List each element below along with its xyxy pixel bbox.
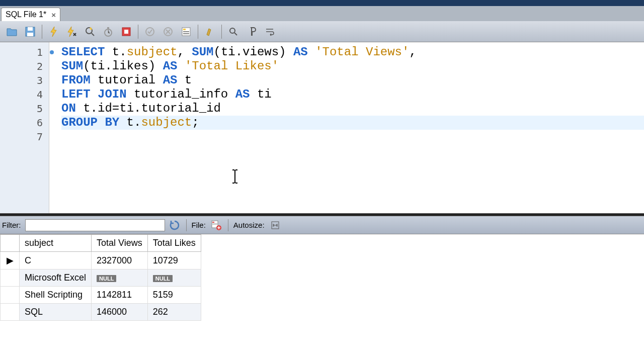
grid-cell[interactable]: 2327000	[92, 252, 148, 269]
grid-cell[interactable]: NULL	[147, 269, 201, 287]
row-indicator[interactable]	[1, 269, 20, 287]
editor-toolbar	[0, 21, 644, 42]
sql-editor[interactable]: 1234567 SELECT t.subject, SUM(ti.views) …	[0, 42, 644, 213]
file-label: File:	[192, 221, 206, 229]
line-number: 2	[0, 59, 49, 73]
grid-cell[interactable]: Shell Scripting	[20, 287, 92, 304]
code-line[interactable]: GROUP BY t.subject;	[61, 116, 644, 130]
tab-title: SQL File 1*	[6, 10, 46, 19]
execute-icon[interactable]	[46, 24, 62, 40]
column-header[interactable]: Total Likes	[147, 235, 201, 252]
tab-bar: SQL File 1* ×	[0, 6, 644, 21]
line-number: 1	[0, 45, 49, 59]
results-grid[interactable]: subjectTotal ViewsTotal Likes ▶C23270001…	[0, 234, 644, 321]
open-file-icon[interactable]	[4, 24, 20, 40]
explain-icon[interactable]	[82, 24, 98, 40]
line-number: 6	[0, 116, 49, 130]
grid-cell[interactable]: 262	[147, 304, 201, 321]
rollback-icon[interactable]	[160, 24, 176, 40]
commit-icon[interactable]	[142, 24, 158, 40]
export-icon[interactable]	[210, 219, 223, 232]
refresh-icon[interactable]	[168, 219, 181, 232]
line-number: 3	[0, 73, 49, 87]
svg-rect-16	[212, 222, 214, 223]
execute-current-icon[interactable]	[64, 24, 80, 40]
svg-rect-11	[183, 29, 186, 30]
grid-cell[interactable]: SQL	[20, 304, 92, 321]
code-line[interactable]: SELECT t.subject, SUM(ti.views) AS 'Tota…	[61, 45, 644, 59]
code-line[interactable]: ON t.id=ti.tutorial_id	[61, 102, 644, 116]
tab-sql-file[interactable]: SQL File 1* ×	[1, 8, 60, 21]
svg-rect-18	[212, 224, 217, 225]
grid-cell[interactable]: 10729	[147, 252, 201, 269]
line-number: 5	[0, 102, 49, 116]
row-indicator[interactable]: ▶	[1, 252, 20, 269]
autosize-icon[interactable]	[269, 219, 282, 232]
line-number: 4	[0, 87, 49, 102]
svg-rect-12	[183, 31, 189, 32]
code-line[interactable]: FROM tutorial AS t	[61, 73, 644, 87]
svg-rect-5	[107, 27, 109, 29]
invisible-chars-icon[interactable]	[244, 24, 260, 40]
svg-rect-13	[183, 33, 189, 34]
table-row[interactable]: SQL146000262	[1, 304, 201, 321]
filter-label: Filter:	[2, 221, 21, 229]
wrap-icon[interactable]	[262, 24, 278, 40]
line-number-gutter: 1234567	[0, 42, 49, 213]
form-editor-icon[interactable]	[178, 24, 194, 40]
find-icon[interactable]	[225, 24, 242, 40]
line-number: 7	[0, 130, 49, 144]
null-badge: NULL	[97, 275, 116, 282]
grid-cell[interactable]: 1142811	[92, 287, 148, 304]
code-content[interactable]: SELECT t.subject, SUM(ti.views) AS 'Tota…	[49, 42, 644, 213]
code-line[interactable]: SUM(ti.likes) AS 'Total Likes'	[61, 59, 644, 73]
svg-rect-17	[212, 223, 217, 224]
svg-rect-7	[124, 30, 128, 34]
save-icon[interactable]	[22, 24, 38, 40]
text-cursor-icon	[231, 169, 238, 188]
row-indicator[interactable]	[1, 304, 20, 321]
code-line[interactable]: LEFT JOIN tutorial_info AS ti	[61, 87, 644, 102]
table-row[interactable]: Shell Scripting11428115159	[1, 287, 201, 304]
filter-input[interactable]	[25, 219, 165, 231]
svg-point-14	[230, 28, 235, 33]
beautify-icon[interactable]	[202, 24, 218, 40]
grid-cell[interactable]: 146000	[92, 304, 148, 321]
null-badge: NULL	[153, 275, 173, 282]
grid-cell[interactable]: 5159	[147, 287, 201, 304]
window-title-bar	[0, 0, 644, 6]
svg-rect-2	[27, 33, 33, 36]
code-line[interactable]	[61, 130, 644, 144]
column-header[interactable]: subject	[20, 235, 92, 252]
table-row[interactable]: ▶C232700010729	[1, 252, 201, 269]
row-indicator[interactable]	[1, 287, 20, 304]
grid-corner	[1, 235, 20, 252]
autosize-label: Autosize:	[233, 221, 265, 229]
close-icon[interactable]: ×	[51, 11, 56, 19]
grid-cell[interactable]: C	[20, 252, 92, 269]
svg-rect-1	[28, 27, 33, 31]
column-header[interactable]: Total Views	[92, 235, 148, 252]
stopwatch-icon[interactable]	[100, 24, 116, 40]
grid-cell[interactable]: Microsoft Excel	[20, 269, 92, 287]
grid-cell[interactable]: NULL	[92, 269, 148, 287]
results-toolbar: Filter: File: Autosize:	[0, 216, 644, 234]
stop-icon[interactable]	[118, 24, 134, 40]
table-row[interactable]: Microsoft ExcelNULLNULL	[1, 269, 201, 287]
